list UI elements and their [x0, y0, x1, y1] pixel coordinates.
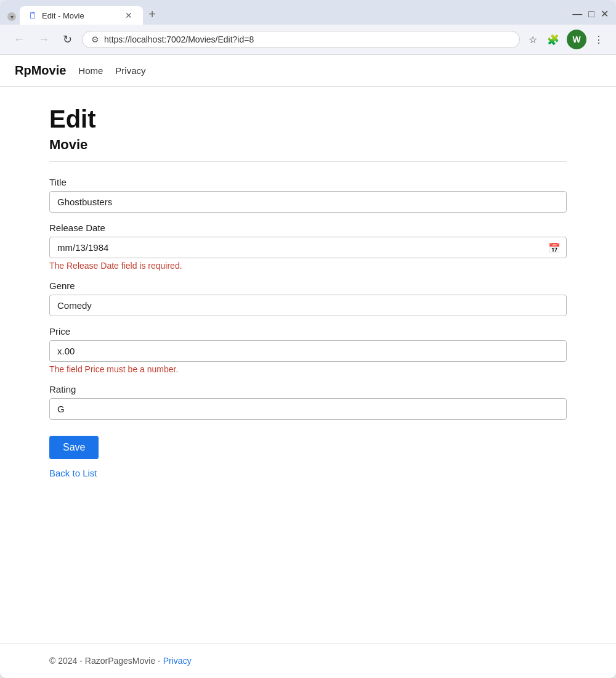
window-controls: — □ ✕ — [572, 8, 609, 20]
browser-window: ▾ 🗒 Edit - Movie ✕ + — □ ✕ ← → ↻ ⚙ ☆ 🧩 W — [0, 0, 616, 678]
rating-input[interactable] — [49, 398, 567, 420]
address-input[interactable] — [104, 35, 511, 44]
browser-toolbar: ← → ↻ ⚙ ☆ 🧩 W ⋮ — [0, 25, 616, 55]
price-label: Price — [49, 326, 567, 337]
rating-field-group: Rating — [49, 384, 567, 420]
footer-privacy-link[interactable]: Privacy — [163, 656, 192, 666]
back-button[interactable]: ← — [10, 31, 28, 49]
new-tab-button[interactable]: + — [143, 5, 161, 23]
back-to-list-link[interactable]: Back to List — [49, 468, 567, 478]
title-label: Title — [49, 177, 567, 187]
release-date-field-group: Release Date 📅 The Release Date field is… — [49, 223, 567, 271]
footer-copyright: © 2024 - RazorPagesMovie - — [49, 656, 161, 666]
browser-controls: ▾ — [7, 12, 16, 21]
title-field-group: Title — [49, 177, 567, 213]
tab-favicon-icon: 🗒 — [28, 10, 37, 20]
tab-close-icon[interactable]: ✕ — [123, 10, 134, 21]
maximize-button[interactable]: □ — [588, 9, 594, 20]
site-footer: © 2024 - RazorPagesMovie - Privacy — [0, 643, 616, 678]
address-security-icon: ⚙ — [91, 35, 99, 44]
rating-label: Rating — [49, 384, 567, 394]
extensions-button[interactable]: 🧩 — [545, 31, 562, 48]
site-brand-link[interactable]: RpMovie — [15, 63, 66, 78]
nav-privacy-link[interactable]: Privacy — [115, 65, 145, 76]
toolbar-actions: ☆ 🧩 W ⋮ — [526, 30, 606, 49]
minimize-button[interactable]: — — [572, 9, 582, 20]
tab-strip: 🗒 Edit - Movie ✕ + — [20, 5, 569, 25]
nav-home-link[interactable]: Home — [78, 65, 103, 76]
price-input[interactable] — [49, 340, 567, 362]
genre-field-group: Genre — [49, 280, 567, 316]
page-heading: Edit — [49, 105, 567, 133]
active-tab[interactable]: 🗒 Edit - Movie ✕ — [20, 6, 143, 25]
address-bar[interactable]: ⚙ — [82, 31, 520, 48]
title-input[interactable] — [49, 191, 567, 213]
page-content: RpMovie Home Privacy Edit Movie Title Re… — [0, 55, 616, 678]
main-content: Edit Movie Title Release Date 📅 The Rele… — [0, 87, 616, 643]
profile-avatar[interactable]: W — [567, 30, 586, 49]
browser-titlebar: ▾ 🗒 Edit - Movie ✕ + — □ ✕ — [0, 0, 616, 25]
price-field-group: Price The field Price must be a number. — [49, 326, 567, 374]
dropdown-btn[interactable]: ▾ — [7, 12, 16, 21]
release-date-wrapper: 📅 — [49, 237, 567, 258]
save-button[interactable]: Save — [49, 436, 99, 459]
genre-label: Genre — [49, 280, 567, 291]
price-error: The field Price must be a number. — [49, 364, 567, 374]
release-date-error: The Release Date field is required. — [49, 261, 567, 271]
site-navbar: RpMovie Home Privacy — [0, 55, 616, 87]
bookmark-button[interactable]: ☆ — [526, 31, 540, 48]
edit-movie-form: Title Release Date 📅 The Release Date fi… — [49, 177, 567, 478]
release-date-input[interactable] — [49, 237, 567, 258]
close-button[interactable]: ✕ — [601, 8, 609, 20]
refresh-button[interactable]: ↻ — [59, 30, 76, 49]
forward-button[interactable]: → — [34, 31, 53, 49]
tab-title: Edit - Movie — [42, 11, 84, 20]
genre-input[interactable] — [49, 295, 567, 316]
release-date-label: Release Date — [49, 223, 567, 233]
page-subheading: Movie — [49, 137, 567, 153]
section-divider — [49, 161, 567, 162]
menu-button[interactable]: ⋮ — [591, 31, 606, 48]
